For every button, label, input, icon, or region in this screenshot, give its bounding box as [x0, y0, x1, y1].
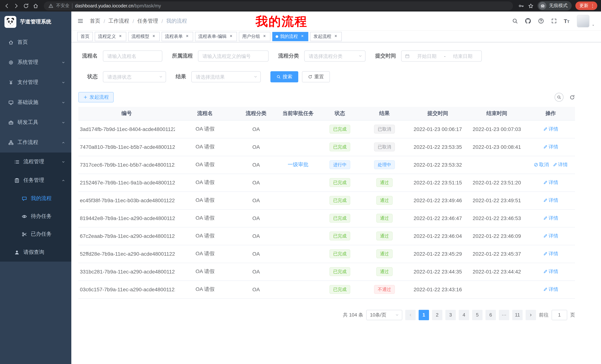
browser-reload-icon[interactable] [23, 3, 29, 9]
menu-item-label: 任务管理 [23, 177, 44, 184]
page-ellipsis[interactable]: ··· [499, 310, 509, 320]
font-size-icon[interactable]: TT [564, 18, 570, 24]
tab-process-model[interactable]: 流程模型× [128, 32, 160, 41]
sidebar-item-done-tasks[interactable]: 已办任务 [0, 225, 71, 243]
page-button-3[interactable]: 3 [445, 310, 456, 320]
current-task-link[interactable]: 一级审批 [288, 161, 309, 167]
fullscreen-icon[interactable] [551, 18, 557, 24]
toolbar-right [555, 93, 575, 102]
goto-page-input[interactable] [551, 310, 567, 320]
help-icon[interactable] [538, 18, 544, 24]
prev-page-button[interactable] [405, 310, 416, 320]
tab-close-icon[interactable]: × [262, 34, 267, 39]
tab-close-icon[interactable]: × [300, 34, 305, 39]
tab-process-form-edit[interactable]: 流程表单-编辑× [195, 32, 237, 41]
start-date-input[interactable] [411, 53, 442, 59]
breadcrumb-item[interactable]: 首页 [90, 18, 100, 24]
breadcrumb-item[interactable]: 工作流程 [109, 18, 129, 24]
breadcrumb-item[interactable]: 任务管理 [137, 18, 158, 24]
page-button-5[interactable]: 5 [472, 310, 482, 320]
detail-link[interactable]: 详情 [543, 268, 558, 275]
password-key-icon[interactable] [518, 3, 524, 9]
page-button-1[interactable]: 1 [419, 310, 429, 320]
sidebar-item-payment[interactable]: 支付管理 [0, 72, 71, 92]
security-label: 不安全 [56, 3, 70, 9]
tab-home[interactable]: 首页 [77, 32, 93, 41]
tab-user-group[interactable]: 用户分组× [239, 32, 270, 41]
tab-close-icon[interactable]: × [229, 34, 234, 39]
detail-link[interactable]: 详情 [543, 233, 558, 239]
tab-start-process[interactable]: 发起流程× [310, 32, 342, 41]
bookmark-star-icon[interactable] [528, 3, 534, 9]
sidebar-toggle-icon[interactable] [77, 18, 84, 24]
tab-close-icon[interactable]: × [333, 34, 338, 39]
app-logo-row[interactable]: 芋道管理系统 [0, 11, 71, 32]
detail-link[interactable]: 详情 [543, 179, 558, 186]
column-header: 结束时间 [467, 107, 526, 120]
filter-row-2: 状态 结果 搜索 [78, 71, 575, 82]
browser-home-icon[interactable] [33, 3, 39, 9]
process-name-input[interactable] [103, 50, 162, 62]
submit-time-range-picker[interactable]: - [401, 50, 482, 62]
page-size-select[interactable]: 10条/页 [366, 310, 402, 320]
tab-close-icon[interactable]: × [185, 34, 190, 39]
sidebar-item-leave-query[interactable]: 请假查询 [0, 243, 71, 262]
browser-back-icon[interactable] [4, 3, 10, 9]
detail-link[interactable]: 详情 [543, 126, 558, 133]
cancel-link[interactable]: 取消 [534, 161, 549, 168]
cell-result: 通过 [361, 209, 408, 227]
sidebar-item-my-process[interactable]: 我的流程 [0, 190, 71, 207]
cell-current-task [277, 280, 319, 298]
list-icon [14, 159, 20, 164]
start-process-button[interactable]: 发起流程 [78, 92, 114, 102]
date-range-separator: - [444, 53, 446, 59]
detail-link[interactable]: 详情 [543, 250, 558, 257]
detail-link[interactable]: 详情 [543, 197, 558, 204]
page-button-2[interactable]: 2 [432, 310, 442, 320]
sidebar-item-infrastructure[interactable]: 基础设施 [0, 92, 71, 112]
tab-process-definition[interactable]: 流程定义× [95, 32, 126, 41]
sidebar-item-process-mgmt[interactable]: 流程管理 [0, 153, 71, 171]
tab-process-form[interactable]: 流程表单× [161, 32, 193, 41]
page-button-4[interactable]: 4 [459, 310, 469, 320]
sidebar-item-home[interactable]: 首页 [0, 32, 71, 52]
tab-my-process[interactable]: 我的流程× [272, 32, 308, 41]
status-select[interactable] [103, 71, 166, 82]
process-def-input[interactable] [198, 50, 269, 62]
cell-process-name: OA 请假 [175, 227, 235, 245]
page-button-6[interactable]: 6 [485, 310, 496, 320]
detail-link[interactable]: 详情 [552, 161, 568, 168]
sidebar-item-devtools[interactable]: 研发工具 [0, 112, 71, 133]
end-date-input[interactable] [447, 53, 478, 59]
next-page-button[interactable] [526, 310, 536, 320]
page-button-11[interactable]: 11 [512, 310, 523, 320]
category-select-input [305, 51, 365, 61]
tab-close-icon[interactable]: × [151, 34, 156, 39]
sidebar-item-todo-tasks[interactable]: 待办任务 [0, 207, 71, 225]
search-button[interactable]: 搜索 [270, 71, 298, 82]
github-icon[interactable] [525, 18, 531, 24]
detail-link[interactable]: 详情 [543, 286, 558, 293]
refresh-table-button[interactable] [570, 95, 575, 100]
address-bar[interactable]: 不安全 dashboard.yudao.iocoder.cn/bpm/task/… [44, 1, 513, 10]
reset-button[interactable]: 重置 [302, 71, 330, 82]
table-body: 3ad174fb-7b9d-11ec-8404-acde48001122OA 请… [78, 120, 575, 298]
table-row: 03c6c157-7b9a-11ec-a290-acde48001122OA 请… [78, 280, 575, 298]
detail-link[interactable]: 详情 [543, 144, 558, 150]
browser-update-button[interactable]: 更新 ⋮ [575, 1, 597, 10]
user-avatar[interactable] [577, 15, 595, 27]
sidebar-item-system[interactable]: 系统管理 [0, 52, 71, 72]
category-select[interactable] [304, 50, 366, 62]
sidebar-item-task-mgmt[interactable]: 任务管理 [0, 171, 71, 190]
browser-forward-icon[interactable] [13, 3, 19, 9]
detail-link[interactable]: 详情 [543, 215, 558, 221]
tab-close-icon[interactable]: × [118, 34, 123, 39]
result-select[interactable] [191, 71, 261, 82]
status-tag: 已完成 [330, 125, 350, 134]
incognito-profile-chip[interactable]: 无痕模式 [538, 1, 572, 10]
cell-process-name: OA 请假 [175, 138, 235, 156]
sidebar-item-workflow[interactable]: 工作流程 [0, 133, 71, 153]
search-icon[interactable] [512, 18, 518, 24]
toggle-search-button[interactable] [555, 93, 563, 102]
not-secure-warning-icon [48, 3, 53, 8]
